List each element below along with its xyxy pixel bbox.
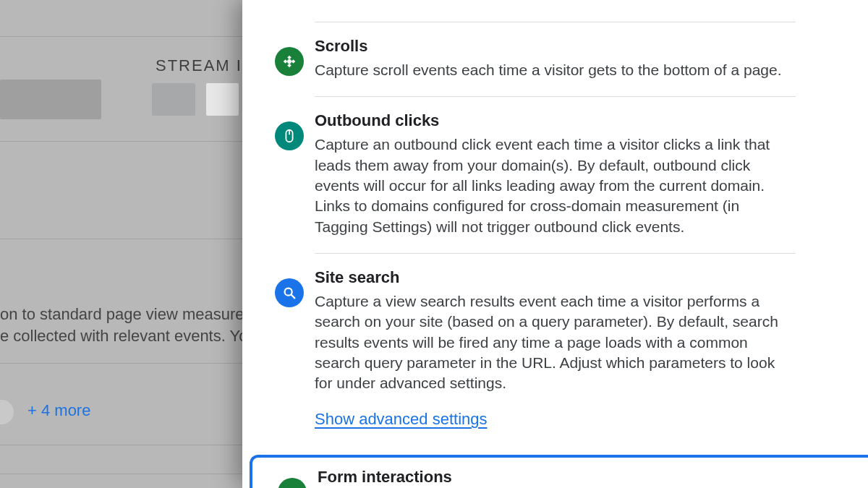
event-title: Form interactions: [318, 468, 800, 487]
event-description: Capture an outbound click event each tim…: [315, 134, 793, 237]
event-row-outbound-clicks: Outbound clicks Capture an outbound clic…: [315, 96, 796, 253]
event-description: Capture scroll events each time a visito…: [315, 60, 793, 80]
more-events-link[interactable]: + 4 more: [27, 401, 90, 420]
event-row-scrolls: Scrolls Capture scroll events each time …: [315, 22, 796, 96]
scroll-icon: [275, 47, 304, 76]
event-title: Site search: [315, 268, 793, 287]
enhanced-measurement-description: on to standard page view measurem e coll…: [0, 304, 242, 346]
event-description: Capture a view search results event each…: [315, 291, 793, 394]
event-row-form-interactions: Form interactions Capture a form interac…: [318, 458, 803, 488]
event-row-form-interactions-highlight: Form interactions Capture a form interac…: [250, 455, 868, 488]
event-row-site-search: Site search Capture a view search result…: [315, 253, 796, 445]
redacted-block: [206, 83, 239, 116]
mouse-icon: [275, 121, 304, 150]
event-title: Scrolls: [315, 37, 793, 56]
redacted-block: [152, 83, 195, 116]
search-icon: [275, 278, 304, 307]
section-heading-stream: STREAM I: [156, 56, 242, 75]
show-advanced-settings-link[interactable]: Show advanced settings: [315, 410, 488, 429]
svg-line-4: [292, 295, 295, 299]
event-title: Outbound clicks: [315, 111, 793, 130]
redacted-block: [0, 80, 101, 119]
enhanced-measurement-panel: Scrolls Capture scroll events each time …: [242, 0, 868, 488]
form-icon: [278, 478, 307, 488]
chip-partial: [0, 400, 14, 424]
svg-point-0: [288, 60, 291, 63]
